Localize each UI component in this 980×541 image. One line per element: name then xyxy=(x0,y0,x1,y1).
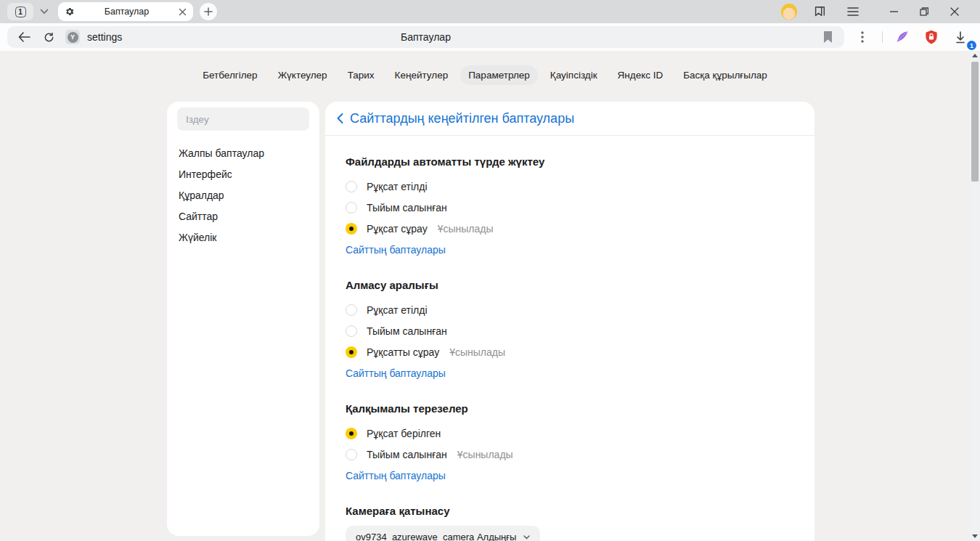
download-icon xyxy=(955,31,966,44)
back-button[interactable] xyxy=(12,27,36,47)
recommended-note: Ұсынылады xyxy=(438,223,494,235)
protect-shield-button[interactable] xyxy=(919,27,944,47)
page-title: Сайттардың кеңейтілген баптаулары xyxy=(350,111,574,126)
search-input[interactable] xyxy=(177,107,309,131)
minimize-button[interactable] xyxy=(880,2,907,21)
recommended-note: Ұсынылады xyxy=(457,449,513,460)
camera-device-dropdown[interactable]: ov9734_azurewave_camera Алдыңғы xyxy=(346,526,540,541)
download-count-badge: 1 xyxy=(967,41,976,50)
chevron-down-icon xyxy=(40,9,49,15)
close-icon xyxy=(950,7,959,16)
radio-on-icon[interactable] xyxy=(346,428,357,439)
browser-tab-settings[interactable]: Баптаулар xyxy=(58,2,193,21)
section-clipboard: Алмасу аралығы Рұқсат етілді Тыйым салын… xyxy=(346,278,794,380)
plus-icon xyxy=(204,7,213,16)
radio-group: Рұқсат берілген Тыйым салынған Ұсынылады xyxy=(346,423,794,465)
reload-button[interactable] xyxy=(36,27,61,47)
settings-page: Бетбелгілер Жүктеулер Тарих Кеңейтулер П… xyxy=(0,51,980,541)
sidebar-item-general[interactable]: Жалпы баптаулар xyxy=(179,142,319,163)
radio-option-ask[interactable]: Рұқсатты сұрау Ұсынылады xyxy=(346,341,794,362)
sidebar-item-tools[interactable]: Құралдар xyxy=(179,184,319,206)
radio-option-blocked[interactable]: Тыйым салынған xyxy=(346,320,794,341)
back-icon xyxy=(18,32,30,42)
site-settings-link[interactable]: Сайттың баптаулары xyxy=(346,367,446,379)
sidebar-item-interface[interactable]: Интерфейс xyxy=(179,163,319,184)
bookmarks-panel-button[interactable] xyxy=(809,2,830,21)
radio-group: Рұқсат етілді Тыйым салынған Рұқсатты сұ… xyxy=(346,299,794,362)
radio-off-icon[interactable] xyxy=(346,449,357,460)
bookmarks-icon xyxy=(813,5,826,18)
radio-option-allowed[interactable]: Рұқсат етілді xyxy=(346,176,794,197)
section-popups: Қалқымалы терезелер Рұқсат берілген Тыйы… xyxy=(346,402,794,482)
nav-tab-extensions[interactable]: Кеңейтулер xyxy=(387,65,457,85)
section-title: Файлдарды автоматты түрде жүктеу xyxy=(346,155,794,169)
radio-group: Рұқсат етілді Тыйым салынған Рұқсат сұра… xyxy=(346,176,794,239)
restore-icon xyxy=(920,7,928,16)
toolbar-separator xyxy=(882,31,883,43)
scroll-down-icon[interactable] xyxy=(972,534,978,538)
bookmark-page-button[interactable] xyxy=(815,27,840,47)
omnibox-page-title: Баптаулар xyxy=(7,31,844,43)
site-settings-link[interactable]: Сайттың баптаулары xyxy=(346,244,446,256)
radio-off-icon[interactable] xyxy=(346,325,357,337)
radio-option-blocked[interactable]: Тыйым салынған xyxy=(346,197,794,218)
tab-count-button[interactable]: 1 xyxy=(7,3,33,20)
radio-option-allowed[interactable]: Рұқсат берілген xyxy=(346,423,794,444)
section-title: Қалқымалы терезелер xyxy=(346,402,794,416)
scroll-up-icon[interactable] xyxy=(972,54,978,57)
radio-off-icon[interactable] xyxy=(346,181,357,192)
sidebar-item-system[interactable]: Жүйелік xyxy=(179,227,319,248)
address-bar[interactable]: Y settings Баптаулар xyxy=(7,26,844,48)
yandex-favicon-icon: Y xyxy=(68,32,78,43)
page-scrollbar[interactable] xyxy=(970,51,980,541)
chevron-left-icon xyxy=(337,113,343,123)
close-window-button[interactable] xyxy=(941,2,968,21)
radio-option-ask[interactable]: Рұқсат сұрау Ұсынылады xyxy=(346,218,794,239)
section-camera: Камераға қатынасу ov9734_azurewave_camer… xyxy=(346,504,794,541)
settings-nav: Бетбелгілер Жүктеулер Тарих Кеңейтулер П… xyxy=(0,65,970,85)
bookmark-flag-icon xyxy=(823,31,833,43)
nav-tab-bookmarks[interactable]: Бетбелгілер xyxy=(195,65,265,85)
radio-option-blocked[interactable]: Тыйым салынған Ұсынылады xyxy=(346,444,794,465)
settings-main-panel: Сайттардың кеңейтілген баптаулары Файлда… xyxy=(325,102,814,541)
panel-back-header[interactable]: Сайттардың кеңейтілген баптаулары xyxy=(325,102,814,136)
radio-on-icon[interactable] xyxy=(346,346,357,358)
browser-menu-button[interactable] xyxy=(842,2,864,21)
chevron-down-icon xyxy=(523,535,530,540)
site-settings-link[interactable]: Сайттың баптаулары xyxy=(346,470,446,481)
recommended-note: Ұсынылады xyxy=(449,346,505,358)
sidebar-item-sites[interactable]: Сайттар xyxy=(179,206,319,227)
nav-tab-settings[interactable]: Параметрлер xyxy=(460,65,538,85)
sidebar-list: Жалпы баптаулар Интерфейс Құралдар Сайтт… xyxy=(167,142,319,248)
nav-tab-yandex-id[interactable]: Яндекс ID xyxy=(610,65,671,85)
radio-on-icon[interactable] xyxy=(346,223,357,235)
nav-tab-security[interactable]: Қауіпсіздік xyxy=(542,65,605,85)
radio-option-allowed[interactable]: Рұқсат етілді xyxy=(346,299,794,320)
quill-extension-button[interactable] xyxy=(890,27,915,47)
radio-off-icon[interactable] xyxy=(346,304,357,316)
tab-count-value: 1 xyxy=(15,7,26,17)
nav-tab-history[interactable]: Тарих xyxy=(340,65,383,85)
panel-body: Файлдарды автоматты түрде жүктеу Рұқсат … xyxy=(325,155,814,541)
nav-tab-other-devices[interactable]: Басқа құрылғылар xyxy=(675,65,775,85)
tab-list-button[interactable] xyxy=(33,2,55,21)
close-tab-icon[interactable] xyxy=(179,8,187,16)
kebab-icon xyxy=(861,31,864,43)
new-tab-button[interactable] xyxy=(200,3,217,20)
scrollbar-thumb[interactable] xyxy=(971,62,979,182)
shield-lock-icon xyxy=(925,30,938,44)
tab-bar: 1 Баптаулар xyxy=(0,0,980,23)
downloads-button[interactable]: 1 xyxy=(948,27,973,47)
url-text[interactable]: settings xyxy=(87,31,122,43)
extensions-menu-button[interactable] xyxy=(850,27,875,47)
site-favicon-badge[interactable]: Y xyxy=(65,30,80,44)
reload-icon xyxy=(44,32,54,43)
radio-off-icon[interactable] xyxy=(346,202,357,213)
restore-button[interactable] xyxy=(910,2,938,21)
quill-icon xyxy=(895,30,910,44)
section-title: Камераға қатынасу xyxy=(346,504,794,518)
nav-tab-downloads[interactable]: Жүктеулер xyxy=(270,65,335,85)
section-auto-download: Файлдарды автоматты түрде жүктеу Рұқсат … xyxy=(346,155,794,256)
section-title: Алмасу аралығы xyxy=(346,278,794,293)
user-avatar[interactable] xyxy=(781,4,797,20)
